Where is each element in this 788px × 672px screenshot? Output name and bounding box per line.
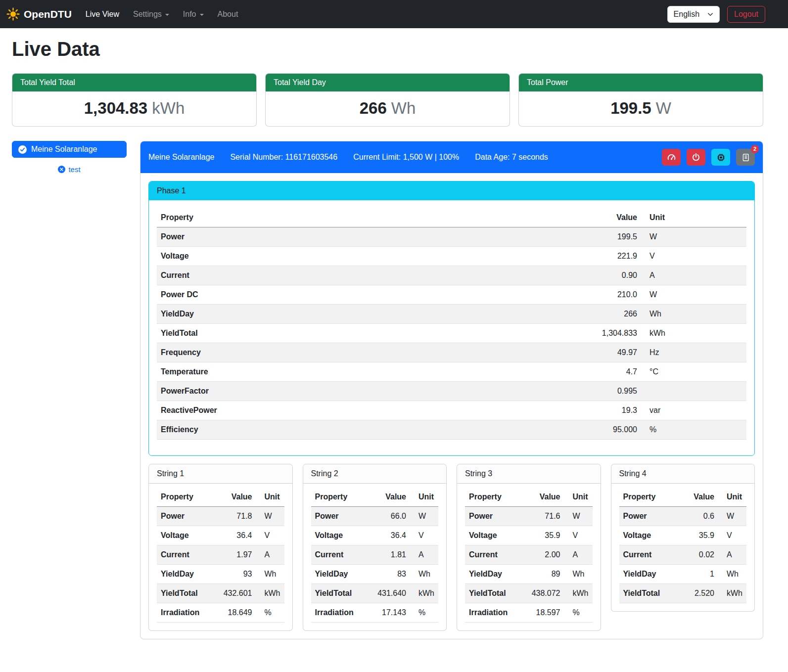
page-title: Live Data [12,38,763,60]
total-yield-total-card: Total Yield Total 1,304.83kWh [12,73,257,127]
property-name: Voltage [157,526,213,545]
property-unit: A [564,545,593,565]
nav-item-info[interactable]: Info [176,6,211,23]
property-name: YieldDay [311,565,367,584]
property-unit: Wh [256,565,284,584]
property-name: Irradiation [311,603,367,623]
brand[interactable]: OpenDTU [6,7,72,21]
property-unit: W [718,507,746,526]
test-inverter-link[interactable]: test [12,165,127,174]
column-unit: Unit [256,488,284,507]
power-toggle-button[interactable] [687,149,705,166]
caret-down-icon [165,14,169,16]
table-row: Current 1.97 A [157,545,284,565]
inverter-select-label: Meine Solaranlage [31,145,97,154]
table-header-row: Property Value Unit [311,488,439,507]
card-body: 1,304.83kWh [12,91,256,126]
column-property: Property [465,488,521,507]
card-value: 1,304.83 [84,99,147,117]
column-unit: Unit [410,488,438,507]
property-name: Current [619,545,675,565]
event-log-button[interactable]: 2 [736,149,755,166]
string-table: Property Value Unit Power [619,488,747,603]
nav-item-label: Settings [133,10,162,19]
card-unit: Wh [391,99,416,117]
table-header-row: Property Value Unit [465,488,593,507]
property-unit: % [564,603,593,623]
table-row: Irradiation 18.649 % [157,603,284,623]
property-value: 0.995 [562,382,641,401]
property-name: Current [311,545,367,565]
table-row: YieldDay 266 Wh [157,305,746,324]
device-info-button[interactable] [711,149,730,166]
string-body: Property Value Unit Power [457,484,601,630]
string-body: Property Value Unit Power [149,484,292,630]
string-table-body: Power 0.6 W Voltage 35.9 V [619,507,747,603]
nav-item-about[interactable]: About [211,6,245,23]
table-header-row: Property Value Unit [157,208,746,227]
inverter-card: Meine Solaranlage Serial Number: 1161716… [140,141,763,639]
language-select[interactable]: English [667,6,720,23]
column-value: Value [675,488,718,507]
table-row: Frequency 49.97 Hz [157,343,746,362]
property-name: Irradiation [465,603,521,623]
property-value: 89 [521,565,564,584]
property-value: 36.4 [213,526,256,545]
property-unit: kWh [564,584,593,603]
caret-down-icon [200,14,204,16]
property-unit: A [256,545,284,565]
column-value: Value [213,488,256,507]
event-count-badge: 2 [751,145,759,153]
table-row: YieldTotal 438.072 kWh [465,584,593,603]
table-row: YieldTotal 2.520 kWh [619,584,747,603]
property-value: 0.6 [675,507,718,526]
property-unit: var [641,401,746,420]
journal-icon [742,153,750,162]
card-body: 266Wh [266,91,510,126]
language-value: English [674,10,699,19]
table-row: Voltage 221.9 V [157,247,746,266]
string-1-card: String 1 Property Value Unit [148,464,293,631]
power-icon [692,153,700,162]
property-value: 2.520 [675,584,718,603]
property-name: YieldDay [465,565,521,584]
property-name: Current [157,545,213,565]
property-value: 0.90 [562,266,641,285]
string-table-body: Power 71.6 W Voltage 35.9 V [465,507,593,623]
property-name: Power [465,507,521,526]
column-property: Property [157,488,213,507]
property-name: Power [157,227,562,247]
limit-settings-button[interactable] [662,149,681,166]
table-row: YieldTotal 1,304.833 kWh [157,324,746,343]
property-value: 2.00 [521,545,564,565]
property-value: 431.640 [367,584,410,603]
inverter-actions: 2 [662,149,755,166]
inverter-select-button[interactable]: Meine Solaranlage [12,141,127,158]
property-value: 66.0 [367,507,410,526]
nav-links: Live View Settings Info About [79,6,245,23]
property-value: 36.4 [367,526,410,545]
phase-title: Phase 1 [149,181,754,200]
table-row: Current 0.90 A [157,266,746,285]
logout-button[interactable]: Logout [727,6,765,23]
string-title: String 2 [303,464,447,484]
property-name: YieldDay [619,565,675,584]
nav-item-label: Info [183,10,196,19]
property-name: Current [465,545,521,565]
property-value: 35.9 [675,526,718,545]
strings-row: String 1 Property Value Unit [148,464,755,631]
table-row: PowerFactor 0.995 [157,382,746,401]
property-unit: A [718,545,746,565]
check-circle-icon [18,145,27,154]
inverter-limit: Current Limit: 1,500 W | 100% [353,153,459,162]
table-row: ReactivePower 19.3 var [157,401,746,420]
column-value: Value [367,488,410,507]
property-unit: W [641,227,746,247]
nav-item-settings[interactable]: Settings [126,6,176,23]
card-title: Total Yield Total [12,74,256,91]
page-content: Live Data Total Yield Total 1,304.83kWh … [0,28,788,654]
table-header-row: Property Value Unit [157,488,284,507]
nav-item-live-view[interactable]: Live View [79,6,126,23]
card-value: 199.5 [610,99,651,117]
property-name: YieldTotal [465,584,521,603]
